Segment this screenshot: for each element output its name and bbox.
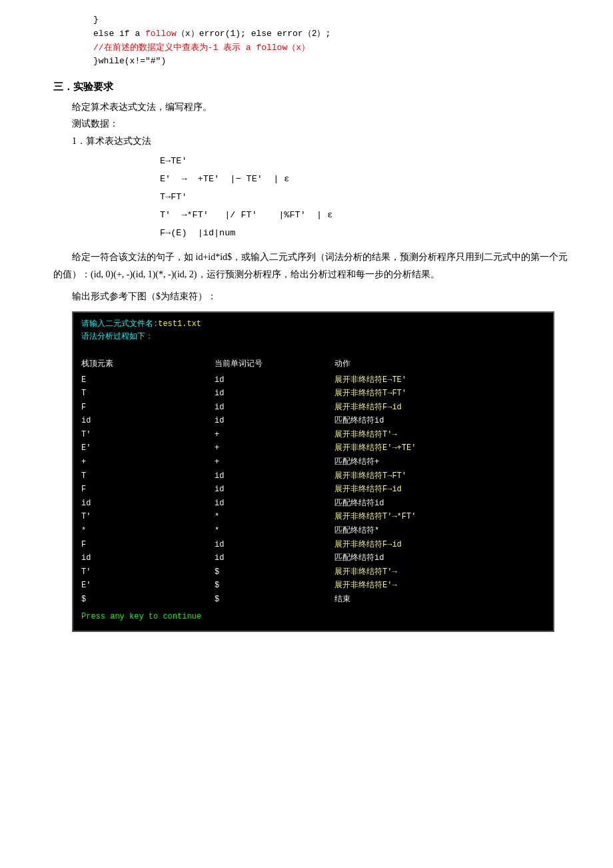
- term-token-cell: id: [215, 497, 334, 511]
- term-stack-cell: +: [81, 455, 215, 469]
- section3-title: 三．实验要求: [53, 81, 573, 93]
- term-stack-cell: id: [81, 497, 215, 511]
- term-action-cell: 展开非终结符T'→: [334, 428, 545, 442]
- code-line2: else if a follow（x）error(1); else error（…: [93, 27, 573, 41]
- col-header-stack: 栈顶元素: [81, 355, 215, 373]
- terminal-row: $$结束: [81, 593, 545, 607]
- grammar-row5: F→(E) |id|num: [160, 224, 573, 242]
- term-action-cell: 展开非终结符T'→: [334, 565, 545, 579]
- term-token-cell: +: [215, 428, 334, 442]
- term-action-cell: 展开非终结符E'→: [334, 579, 545, 593]
- terminal-row: E'+展开非终结符E'→+TE': [81, 441, 545, 455]
- term-stack-cell: T: [81, 387, 215, 401]
- note-line: 输出形式参考下图（$为结束符）：: [72, 288, 573, 305]
- code-else: else if a: [93, 29, 145, 39]
- grammar-block: E→TE' E' → +TE' |− TE' | ε T→FT' T' →*FT…: [160, 152, 573, 242]
- term-token-cell: id: [215, 469, 334, 483]
- term-stack-cell: T': [81, 428, 215, 442]
- term-action-cell: 展开非终结符T→FT': [334, 469, 545, 483]
- term-token-cell: id: [215, 414, 334, 428]
- term-action-cell: 展开非终结符F→id: [334, 538, 545, 552]
- term-token-cell: +: [215, 455, 334, 469]
- col-header-token: 当前单词记号: [215, 355, 334, 373]
- section3-label: 实验要求: [73, 81, 113, 92]
- term-stack-cell: E': [81, 579, 215, 593]
- term-action-cell: 匹配终结符id: [334, 551, 545, 565]
- terminal-row: Fid展开非终结符F→id: [81, 538, 545, 552]
- term-col-header-row: 栈顶元素 当前单词记号 动作: [81, 355, 545, 373]
- terminal-row: Fid展开非终结符F→id: [81, 401, 545, 415]
- grammar-row1: E→TE': [160, 152, 573, 170]
- term-stack-cell: F: [81, 483, 215, 497]
- term-token-cell: id: [215, 387, 334, 401]
- grammar-row4: T' →*FT' |/ FT' |%FT' | ε: [160, 206, 573, 224]
- term-token-cell: id: [215, 401, 334, 415]
- terminal-row: Fid展开非终结符F→id: [81, 483, 545, 497]
- terminal: 请输入二元式文件名:test1.txt 语法分析过程如下： 栈顶元素 当前单词记…: [73, 313, 553, 631]
- code-block: } else if a follow（x）error(1); else erro…: [93, 13, 573, 69]
- terminal-wrapper: 请输入二元式文件名:test1.txt 语法分析过程如下： 栈顶元素 当前单词记…: [72, 311, 554, 632]
- terminal-prompt: 请输入二元式文件名:: [81, 319, 158, 329]
- term-stack-cell: E: [81, 373, 215, 387]
- term-stack-cell: F: [81, 401, 215, 415]
- terminal-row: ++匹配终结符+: [81, 455, 545, 469]
- term-action-cell: 展开非终结符F→id: [334, 401, 545, 415]
- req-line2: 测试数据：: [72, 115, 573, 132]
- terminal-row: T'$展开非终结符T'→: [81, 565, 545, 579]
- terminal-filename: test1.txt: [158, 319, 201, 329]
- term-token-cell: $: [215, 579, 334, 593]
- term-action-cell: 展开非终结符E→TE': [334, 373, 545, 387]
- terminal-row: E'$展开非终结符E'→: [81, 579, 545, 593]
- term-token-cell: *: [215, 524, 334, 538]
- code-follow: follow: [145, 29, 177, 39]
- req-line3: 1．算术表达式文法: [72, 133, 573, 149]
- terminal-header1: 请输入二元式文件名:test1.txt: [81, 318, 545, 331]
- term-action-cell: 匹配终结符+: [334, 455, 545, 469]
- term-stack-cell: $: [81, 593, 215, 607]
- term-stack-cell: id: [81, 414, 215, 428]
- term-stack-cell: *: [81, 524, 215, 538]
- section3-num: 三．: [53, 81, 73, 92]
- term-token-cell: $: [215, 593, 334, 607]
- term-action-cell: 展开非终结符T→FT': [334, 387, 545, 401]
- terminal-row: Tid展开非终结符T→FT': [81, 469, 545, 483]
- term-stack-cell: E': [81, 441, 215, 455]
- terminal-row: T'*展开非终结符T'→*FT': [81, 510, 545, 524]
- paragraph1: 给定一符合该文法的句子，如 id+id*id$，或输入二元式序列（词法分析的结果…: [53, 249, 573, 284]
- terminal-row: idid匹配终结符id: [81, 497, 545, 511]
- term-token-cell: id: [215, 483, 334, 497]
- term-stack-cell: id: [81, 551, 215, 565]
- terminal-row: T'+展开非终结符T'→: [81, 428, 545, 442]
- term-action-cell: 展开非终结符E'→+TE': [334, 441, 545, 455]
- term-action-cell: 结束: [334, 593, 545, 607]
- term-stack-cell: F: [81, 538, 215, 552]
- term-stack-cell: T': [81, 510, 215, 524]
- term-token-cell: id: [215, 373, 334, 387]
- term-action-cell: 展开非终结符F→id: [334, 483, 545, 497]
- terminal-row: Eid展开非终结符E→TE': [81, 373, 545, 387]
- term-token-cell: $: [215, 565, 334, 579]
- code-line3: //在前述的数据定义中查表为-1 表示 a follow（x）: [93, 41, 573, 55]
- terminal-row: **匹配终结符*: [81, 524, 545, 538]
- term-action-cell: 匹配终结符*: [334, 524, 545, 538]
- term-action-cell: 匹配终结符id: [334, 497, 545, 511]
- term-action-cell: 展开非终结符T'→*FT': [334, 510, 545, 524]
- terminal-row: Tid展开非终结符T→FT': [81, 387, 545, 401]
- code-error: （x）error(1); else error（2）;: [177, 29, 330, 39]
- grammar-row2: E' → +TE' |− TE' | ε: [160, 170, 573, 188]
- grammar-row3: T→FT': [160, 188, 573, 206]
- term-token-cell: id: [215, 551, 334, 565]
- req-line1: 给定算术表达式文法，编写程序。: [72, 99, 573, 115]
- code-line4: }while(x!="#"): [93, 55, 573, 69]
- term-stack-cell: T: [81, 469, 215, 483]
- code-line1: }: [93, 13, 573, 27]
- term-stack-cell: T': [81, 565, 215, 579]
- term-action-cell: 匹配终结符id: [334, 414, 545, 428]
- col-header-action: 动作: [334, 355, 545, 373]
- terminal-row: idid匹配终结符id: [81, 414, 545, 428]
- section3-content: 给定算术表达式文法，编写程序。 测试数据： 1．算术表达式文法: [72, 99, 573, 149]
- term-token-cell: id: [215, 538, 334, 552]
- terminal-row: idid匹配终结符id: [81, 551, 545, 565]
- term-token-cell: +: [215, 441, 334, 455]
- terminal-header2: 语法分析过程如下：: [81, 331, 545, 343]
